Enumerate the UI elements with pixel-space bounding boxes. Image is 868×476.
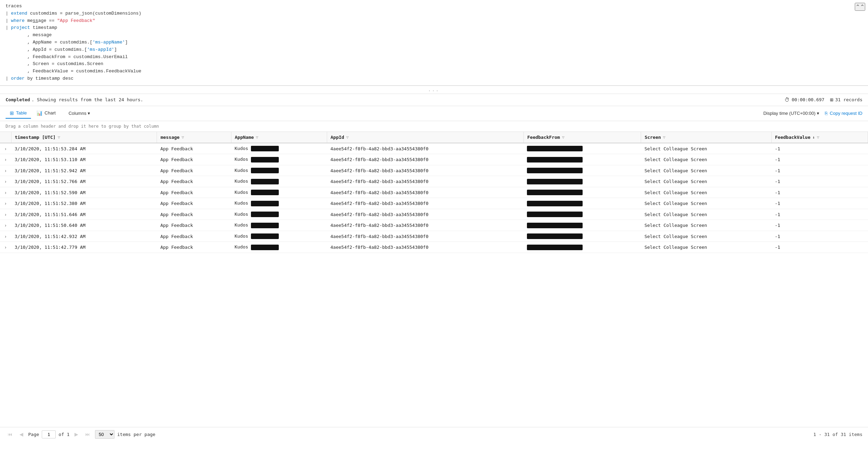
chevron-down-small-icon: ▾: [817, 111, 819, 116]
row-appname: Kudos: [231, 165, 327, 176]
code-line-2: | extend customdims = parse_json(customD…: [6, 10, 862, 17]
tab-chart-label: Chart: [45, 110, 56, 116]
last-page-button[interactable]: ⏭: [83, 430, 92, 438]
row-appname: Kudos: [231, 220, 327, 231]
row-message: App Feedback: [157, 220, 231, 231]
collapse-editor-button[interactable]: ⌃⌃: [855, 3, 865, 11]
feedbackvalue-filter-icon[interactable]: ▽: [817, 135, 819, 140]
pagination: ⏮ ◀ Page of 1 ▶ ⏭ 50 100 200 items per p…: [0, 427, 868, 442]
row-expand-cell: ›: [0, 242, 11, 253]
of-label: of: [58, 432, 64, 437]
row-feedbackfrom: [523, 220, 641, 231]
timestamp-filter-icon[interactable]: ▽: [58, 135, 60, 140]
code-line-11: | order by timestamp desc: [6, 75, 862, 82]
appname-filter-icon[interactable]: ▽: [256, 135, 258, 140]
row-appname: Kudos: [231, 154, 327, 165]
toolbar-right: Display time (UTC+00:00) ▾ ⎘ Copy reques…: [763, 111, 862, 116]
code-line-5: , message: [6, 32, 862, 39]
code-line-1: traces: [6, 3, 862, 10]
col-appid-header[interactable]: AppId ▽: [327, 132, 523, 143]
code-line-3: | where message == "App Feedback": [6, 17, 862, 25]
per-page-select[interactable]: 50 100 200: [95, 430, 115, 439]
message-filter-icon[interactable]: ▽: [182, 135, 184, 140]
table-row: ›3/10/2020, 11:51:51.646 AMApp FeedbackK…: [0, 209, 868, 220]
appid-filter-icon[interactable]: ▽: [346, 135, 349, 140]
row-message: App Feedback: [157, 231, 231, 242]
row-screen: Select Colleague Screen: [641, 143, 772, 154]
tab-chart-button[interactable]: 📊 Chart: [32, 108, 60, 119]
next-page-button[interactable]: ▶: [72, 430, 80, 438]
col-appname-header[interactable]: AppName ▽: [231, 132, 327, 143]
row-screen: Select Colleague Screen: [641, 176, 772, 187]
drag-handle[interactable]: ...: [0, 86, 868, 94]
redacted-feedbackfrom: [527, 233, 583, 239]
row-expand-button[interactable]: ›: [3, 157, 8, 162]
row-timestamp: 3/10/2020, 11:51:53.110 AM: [11, 154, 157, 165]
redacted-appname: [251, 201, 279, 206]
redacted-appname: [251, 212, 279, 217]
row-expand-button[interactable]: ›: [3, 234, 8, 239]
row-message: App Feedback: [157, 209, 231, 220]
row-expand-button[interactable]: ›: [3, 179, 8, 184]
row-appname: Kudos: [231, 143, 327, 154]
row-expand-button[interactable]: ›: [3, 245, 8, 250]
row-expand-button[interactable]: ›: [3, 146, 8, 151]
row-appid: 4aee54f2-f8fb-4a82-bbd3-aa34554380f0: [327, 242, 523, 253]
row-feedbackvalue: -1: [771, 165, 868, 176]
col-screen-header[interactable]: Screen ▽: [641, 132, 772, 143]
row-feedbackfrom: [523, 176, 641, 187]
columns-button[interactable]: Columns ▾: [64, 108, 95, 118]
code-line-4: | project timestamp: [6, 24, 862, 32]
results-table: timestamp [UTC] ▽ message ▽ AppName ▽: [0, 132, 868, 253]
records-icon: ⊞: [830, 97, 833, 103]
col-feedbackvalue-header[interactable]: FeedbackValue ↓ ▽: [771, 132, 868, 143]
pagination-controls: ⏮ ◀ Page of 1 ▶ ⏭ 50 100 200 items per p…: [6, 430, 155, 439]
screen-filter-icon[interactable]: ▽: [663, 135, 665, 140]
feedbackfrom-filter-icon[interactable]: ▽: [562, 135, 565, 140]
row-screen: Select Colleague Screen: [641, 165, 772, 176]
col-message-header[interactable]: message ▽: [157, 132, 231, 143]
row-expand-button[interactable]: ›: [3, 201, 8, 206]
first-page-button[interactable]: ⏮: [6, 430, 15, 438]
results-table-wrapper[interactable]: timestamp [UTC] ▽ message ▽ AppName ▽: [0, 132, 868, 427]
page-number-input[interactable]: [42, 430, 56, 438]
row-message: App Feedback: [157, 176, 231, 187]
row-expand-cell: ›: [0, 143, 11, 154]
row-message: App Feedback: [157, 154, 231, 165]
row-screen: Select Colleague Screen: [641, 242, 772, 253]
redacted-feedbackfrom: [527, 201, 583, 206]
row-expand-button[interactable]: ›: [3, 168, 8, 173]
row-feedbackvalue: -1: [771, 187, 868, 198]
row-appid: 4aee54f2-f8fb-4a82-bbd3-aa34554380f0: [327, 187, 523, 198]
row-feedbackvalue: -1: [771, 209, 868, 220]
redacted-appname: [251, 190, 279, 195]
row-feedbackfrom: [523, 209, 641, 220]
prev-page-button[interactable]: ◀: [17, 430, 25, 438]
redacted-feedbackfrom: [527, 245, 583, 250]
redacted-feedbackfrom: [527, 168, 583, 173]
drag-column-hint: Drag a column header and drop it here to…: [0, 121, 868, 132]
row-expand-button[interactable]: ›: [3, 223, 8, 228]
row-expand-cell: ›: [0, 154, 11, 165]
code-line-10: , FeedbackValue = customdims.FeedbackVal…: [6, 68, 862, 75]
col-feedbackfrom-header[interactable]: FeedbackFrom ▽: [523, 132, 641, 143]
feedbackvalue-sort-icon[interactable]: ↓: [813, 135, 815, 140]
row-expand-button[interactable]: ›: [3, 212, 8, 217]
row-appid: 4aee54f2-f8fb-4a82-bbd3-aa34554380f0: [327, 198, 523, 209]
row-screen: Select Colleague Screen: [641, 220, 772, 231]
row-expand-button[interactable]: ›: [3, 190, 8, 195]
tab-table-button[interactable]: ⊞ Table: [6, 108, 31, 119]
row-expand-cell: ›: [0, 209, 11, 220]
chevron-down-icon: ▾: [88, 111, 90, 116]
col-checkbox-header: [0, 132, 11, 143]
row-appid: 4aee54f2-f8fb-4a82-bbd3-aa34554380f0: [327, 154, 523, 165]
row-message: App Feedback: [157, 242, 231, 253]
row-expand-cell: ›: [0, 231, 11, 242]
col-timestamp-header[interactable]: timestamp [UTC] ▽: [11, 132, 157, 143]
row-feedbackfrom: [523, 231, 641, 242]
copy-request-id-button[interactable]: ⎘ Copy request ID: [825, 111, 862, 116]
display-time-button[interactable]: Display time (UTC+00:00) ▾: [763, 111, 819, 116]
row-screen: Select Colleague Screen: [641, 198, 772, 209]
row-appid: 4aee54f2-f8fb-4a82-bbd3-aa34554380f0: [327, 220, 523, 231]
row-timestamp: 3/10/2020, 11:51:52.590 AM: [11, 187, 157, 198]
